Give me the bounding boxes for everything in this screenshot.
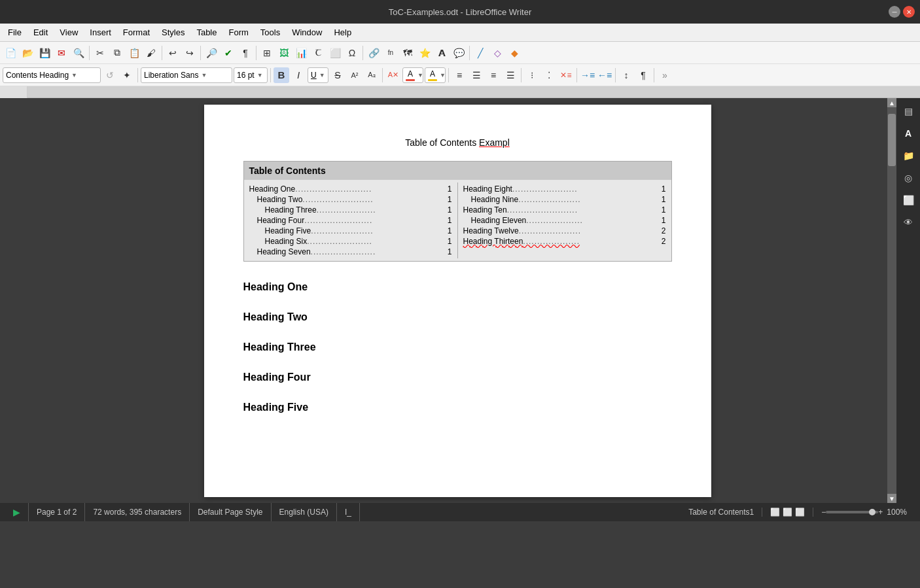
table-button[interactable]: ⊞ [259, 45, 275, 61]
menu-item-format[interactable]: Format [118, 26, 155, 39]
open-button[interactable]: 📂 [20, 45, 35, 61]
zoom-bar[interactable] [826, 511, 878, 513]
statusbar: ▶ Page 1 of 2 72 words, 395 characters D… [0, 503, 920, 521]
redo-button[interactable]: ↪ [182, 45, 198, 61]
list-off-button[interactable]: ✕≡ [558, 67, 574, 83]
menubar: FileEditViewInsertFormatStylesTableFormT… [0, 24, 920, 42]
menu-item-help[interactable]: Help [328, 26, 357, 39]
view-outline-icon[interactable]: ⬜ [795, 508, 805, 517]
align-left-button[interactable]: ≡ [451, 67, 467, 83]
shapes-button[interactable]: ◇ [489, 45, 505, 61]
align-right-button[interactable]: ≡ [486, 67, 501, 83]
strikethrough-button[interactable]: S [330, 67, 345, 83]
bold-button[interactable]: B [274, 67, 289, 83]
scroll-thumb[interactable] [888, 114, 896, 166]
increase-indent-button[interactable]: →≡ [580, 67, 595, 83]
minimize-button[interactable]: ─ [889, 6, 900, 18]
ruler-row [0, 86, 920, 98]
menu-item-file[interactable]: File [3, 26, 27, 39]
chart-button[interactable]: 📊 [293, 45, 309, 61]
clear-format-button[interactable]: A✕ [385, 67, 401, 83]
sidebar-eye-icon[interactable]: 👁 [899, 213, 917, 232]
footnote-button[interactable]: fn [383, 45, 398, 61]
zoom-out-icon[interactable]: − [821, 508, 826, 517]
list-unordered-button[interactable]: ⁝ [524, 67, 540, 83]
align-center-button[interactable]: ☰ [469, 67, 484, 83]
document-scroll[interactable]: Table of Contents Exampl Table of Conten… [27, 98, 887, 503]
note-button[interactable]: 💬 [451, 45, 467, 61]
toc-right-entry: Heading Ten.........................1 [463, 205, 666, 215]
zoom-in-icon[interactable]: + [878, 508, 883, 517]
save-button[interactable]: 💾 [37, 45, 52, 61]
zoom-section[interactable]: − + 100% [813, 508, 915, 517]
page-info-section[interactable]: Page 1 of 2 [29, 503, 85, 521]
print-preview-button[interactable]: 🔍 [71, 45, 86, 61]
autopilot-button[interactable]: ¶ [238, 45, 253, 61]
menu-item-table[interactable]: Table [191, 26, 222, 39]
special-chars-button[interactable]: Ω [344, 45, 360, 61]
image-button[interactable]: 🖼 [276, 45, 292, 61]
word-count-section[interactable]: 72 words, 395 characters [85, 503, 190, 521]
email-button[interactable]: ✉ [54, 45, 69, 61]
navigator-button[interactable]: 🗺 [400, 45, 416, 61]
undo-button[interactable]: ↩ [165, 45, 181, 61]
toc-left-entry: Heading Three.....................1 [249, 205, 452, 215]
format-paintbrush-button[interactable]: 🖌 [143, 45, 159, 61]
menu-item-view[interactable]: View [54, 26, 83, 39]
font-color-dropdown[interactable]: A ▼ [402, 67, 423, 83]
paragraph-button[interactable]: ¶ [635, 67, 651, 83]
scroll-track[interactable] [887, 107, 896, 494]
menu-item-form[interactable]: Form [223, 26, 253, 39]
sidebar-styles-icon[interactable]: A [899, 124, 917, 143]
zoom-thumb[interactable] [869, 509, 876, 515]
language-section[interactable]: English (USA) [272, 503, 337, 521]
document-title: Table of Contents Exampl [243, 137, 672, 148]
highlight-dropdown[interactable]: A ▼ [425, 67, 446, 83]
sidebar-gallery-icon[interactable]: 📁 [899, 147, 917, 165]
style-dropdown[interactable]: Contents Heading ▼ [3, 67, 101, 83]
list-ordered-button[interactable]: ⁚ [541, 67, 557, 83]
toc-content: Heading One...........................1H… [244, 180, 671, 261]
sidebar-functions-icon[interactable]: ⬜ [899, 191, 917, 209]
scroll-up-button[interactable]: ▲ [887, 98, 896, 107]
page-style-section[interactable]: Default Page Style [190, 503, 271, 521]
subscript-button[interactable]: A₂ [364, 67, 380, 83]
field-button[interactable]: Ꞇ [310, 45, 326, 61]
sidebar-navigator-icon[interactable]: ◎ [899, 169, 917, 187]
line-spacing-button[interactable]: ↕ [618, 67, 634, 83]
hyperlink-button[interactable]: 🔗 [366, 45, 381, 61]
paste-button[interactable]: 📋 [126, 45, 142, 61]
cut-button[interactable]: ✂ [92, 45, 108, 61]
scroll-down-button[interactable]: ▼ [887, 494, 896, 503]
view-normal-icon[interactable]: ⬜ [770, 508, 780, 517]
new-button[interactable]: 📄 [3, 45, 18, 61]
textbox-button[interactable]: ⬜ [327, 45, 343, 61]
copy-button[interactable]: ⧉ [109, 45, 125, 61]
font-dropdown[interactable]: Liberation Sans ▼ [141, 67, 232, 83]
decrease-indent-button[interactable]: ←≡ [597, 67, 612, 83]
update-style-button[interactable]: ↺ [102, 67, 118, 83]
styles-designer-button[interactable]: 𝗔 [434, 45, 450, 61]
line-draw-button[interactable]: ╱ [472, 45, 488, 61]
sep10 [448, 68, 449, 82]
spellcheck-button[interactable]: ✔ [221, 45, 236, 61]
menu-item-styles[interactable]: Styles [156, 26, 190, 39]
menu-item-window[interactable]: Window [287, 26, 327, 39]
more-format-button[interactable]: » [657, 67, 673, 83]
menu-item-edit[interactable]: Edit [28, 26, 53, 39]
size-dropdown[interactable]: 16 pt ▼ [234, 67, 268, 83]
close-button[interactable]: ✕ [903, 6, 915, 18]
italic-button[interactable]: I [291, 67, 306, 83]
more-button[interactable]: ◆ [506, 45, 522, 61]
underline-dropdown[interactable]: U ▼ [308, 67, 328, 83]
gallery-button[interactable]: ⭐ [417, 45, 433, 61]
view-web-icon[interactable]: ⬜ [783, 508, 792, 517]
vertical-scrollbar[interactable]: ▲ ▼ [887, 98, 896, 503]
menu-item-tools[interactable]: Tools [255, 26, 285, 39]
find-button[interactable]: 🔎 [203, 45, 219, 61]
justify-button[interactable]: ☰ [503, 67, 518, 83]
sidebar-properties-icon[interactable]: ▤ [899, 102, 917, 120]
new-style-button[interactable]: ✦ [119, 67, 135, 83]
menu-item-insert[interactable]: Insert [84, 26, 116, 39]
superscript-button[interactable]: A² [347, 67, 363, 83]
